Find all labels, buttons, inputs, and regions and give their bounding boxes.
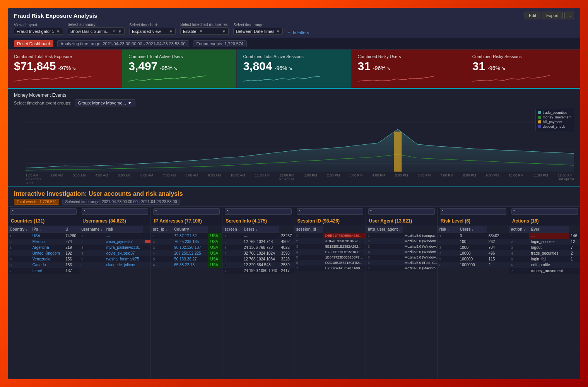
- ip-table[interactable]: src_ip ↕ Country ↕ 172.37.171.52USA 276.…: [151, 226, 222, 379]
- table-row[interactable]: 398.102.120.187USA: [151, 245, 222, 250]
- col-ever[interactable]: Ever: [529, 226, 569, 233]
- table-row[interactable]: 3myra_paskiewicz81: [79, 245, 150, 250]
- table-row[interactable]: 2ADFA67050791045253A17227S077: [294, 238, 366, 244]
- risk-search-input[interactable]: [440, 208, 506, 215]
- col-country[interactable]: Country ↕: [172, 226, 208, 233]
- table-row[interactable]: 172.37.171.52USA: [151, 233, 222, 239]
- table-row[interactable]: 31000704: [438, 245, 509, 250]
- table-row[interactable]: 1DBE91F78DB56A249A002B468770E: [294, 233, 366, 238]
- table-row[interactable]: 1Mozilla/5.0 (compatible; MSI: [366, 233, 437, 239]
- actions-search-input[interactable]: [511, 208, 578, 215]
- table-row[interactable]: 3Argentina219: [8, 245, 79, 250]
- usernames-table[interactable]: username ↕ risk 1--- 2alicia_jaynes57 3m…: [79, 226, 150, 379]
- table-row[interactable]: 665.88.22.18USA: [151, 262, 222, 268]
- table-row[interactable]: 5tyesha_forsmark75: [79, 256, 150, 262]
- view-layout-select[interactable]: Fraud Investigator 3 ▼: [14, 28, 63, 35]
- chart-area[interactable]: trade_securities money_movement bill_pay…: [26, 109, 574, 173]
- countries-table[interactable]: Country ↕ IPs ↕ U 1USA74280 2Mexico274 3…: [8, 226, 79, 379]
- risk-table[interactable]: risk ↕ Users ↕ 1083402 2100262 31000704 …: [438, 226, 509, 379]
- multiseries-clear-icon[interactable]: ✕: [199, 29, 203, 34]
- table-row[interactable]: 610000002: [438, 262, 509, 268]
- table-row[interactable]: 324 1366 768 7284022: [222, 245, 294, 250]
- chart-group-button[interactable]: Group: Money Moveme... ▼: [75, 99, 135, 106]
- col-action[interactable]: action ↕: [509, 226, 529, 233]
- table-row[interactable]: 410000496: [438, 250, 509, 256]
- col-src-ip[interactable]: src_ip ↕: [151, 226, 172, 233]
- table-row[interactable]: 550.133.36.27USA: [151, 256, 222, 262]
- edit-button[interactable]: Edit: [525, 12, 540, 19]
- timechart-select[interactable]: Expanded view ▼: [129, 28, 176, 35]
- col-users[interactable]: Users ↕: [242, 226, 279, 233]
- table-row[interactable]: 2Mexico274: [8, 239, 79, 245]
- time-range-select[interactable]: Between Date-times ▼: [233, 28, 283, 35]
- table-row[interactable]: 2alicia_jaynes57: [79, 239, 150, 245]
- col-screen[interactable]: screen ↕: [222, 226, 242, 233]
- session-table[interactable]: session_id ↕ 1DBE91F78DB56A249A002B46877…: [294, 226, 366, 379]
- session-search-input[interactable]: [297, 208, 363, 215]
- more-button[interactable]: ...: [564, 12, 574, 19]
- table-row[interactable]: 5Mozilla/5.0 (Windows NT 6.1;: [366, 255, 437, 260]
- col-http-user-agent[interactable]: http_user_agent ↕: [366, 226, 403, 233]
- table-row[interactable]: 1---23237: [222, 233, 294, 239]
- ip-search-input[interactable]: [153, 208, 220, 215]
- multiseries-select[interactable]: Enable ✕ ▼: [180, 27, 229, 35]
- table-row[interactable]: 276.25.239.185USA: [151, 239, 222, 245]
- table-row[interactable]: 1USA74280: [8, 233, 79, 239]
- table-row[interactable]: 2100262: [438, 239, 509, 245]
- table-row[interactable]: 4E7226EEADE1518CEFF185E0DFFB5: [294, 249, 366, 255]
- countries-search-input[interactable]: [10, 208, 77, 215]
- user-agent-table[interactable]: http_user_agent ↕ 1Mozilla/5.0 (compatib…: [366, 226, 437, 379]
- screen-table[interactable]: screen ↕ Users ↕ 1---23237 212 768 1024 …: [222, 226, 294, 379]
- user-agent-search-input[interactable]: [368, 208, 435, 215]
- table-row[interactable]: 7money_movement: [509, 268, 580, 274]
- table-row[interactable]: 6D2C18E4B3718CF82D6E0CB72307I: [294, 260, 366, 265]
- summary-clear-icon[interactable]: ✕: [113, 29, 116, 34]
- table-row[interactable]: 7B23B2A34175F1E690D098976392: [294, 265, 366, 271]
- table-row[interactable]: 1---146: [509, 233, 580, 239]
- usernames-search-input[interactable]: [82, 208, 148, 215]
- table-row[interactable]: 6Canada153: [8, 262, 79, 268]
- table-row[interactable]: 724 1920 1080 10402417: [222, 268, 294, 274]
- table-row[interactable]: 7Mozilla/5.0 (Macintosh; Inte: [366, 265, 437, 271]
- table-row[interactable]: 4trade_securities2: [509, 250, 580, 256]
- table-row[interactable]: 2login_success12: [509, 239, 580, 245]
- export-button[interactable]: Export: [542, 12, 563, 19]
- table-row[interactable]: 6Mozilla/5.0 (iPad; CPU OS 8.: [366, 260, 437, 265]
- col-risk[interactable]: risk ↕: [438, 226, 458, 233]
- table-row[interactable]: 2Mozilla/5.0 (Windows NT 6.1;: [366, 238, 437, 244]
- table-row[interactable]: 5Venezuela156: [8, 256, 79, 262]
- table-row[interactable]: 51B849723B0B6238F7520B53CFD62: [294, 255, 366, 260]
- table-row[interactable]: 4207.250.52.225USA: [151, 250, 222, 256]
- table-row[interactable]: 4United Kingdom192: [8, 250, 79, 256]
- hide-filters-link[interactable]: Hide Filters: [287, 30, 309, 35]
- actions-table[interactable]: action ↕ Ever 1---146 2login_success12 3…: [509, 226, 580, 379]
- table-row[interactable]: 6claudette_jolicoeur13: [79, 262, 150, 268]
- table-row[interactable]: 35E1EB51B2382A29259200A057F08: [294, 244, 366, 249]
- table-row[interactable]: 432 768 1024 10243598: [222, 250, 294, 256]
- summary-select[interactable]: Show Basic Summ... ✕ ▼: [68, 27, 125, 35]
- table-row[interactable]: 1---: [79, 233, 150, 239]
- col-users-risk[interactable]: Users ↕: [458, 226, 487, 233]
- kpi-active-sessions-label: Combined Total Active Sessions: [243, 54, 345, 59]
- col-country[interactable]: Country ↕: [8, 226, 31, 233]
- table-row[interactable]: 612 320 584 5482589: [222, 262, 294, 268]
- col-username[interactable]: username ↕: [79, 226, 104, 233]
- table-row[interactable]: 4doyle_skupski37: [79, 250, 150, 256]
- table-row[interactable]: 3logout7: [509, 245, 580, 250]
- reset-dashboard-button[interactable]: Reset Dashboard: [14, 40, 53, 47]
- col-u[interactable]: U: [63, 226, 79, 233]
- table-row[interactable]: 6edit_profile: [509, 262, 580, 268]
- arrow-down-icon: ↘: [72, 65, 76, 71]
- col-session-id[interactable]: session_id ↕: [294, 226, 323, 233]
- table-row[interactable]: 212 768 1024 7484802: [222, 239, 294, 245]
- table-row[interactable]: 1083402: [438, 233, 509, 239]
- table-row[interactable]: 5login_fail1: [509, 256, 580, 262]
- table-row[interactable]: 3Mozilla/5.0 (Windows NT 6.1;: [366, 244, 437, 249]
- table-row[interactable]: 512 768 1024 10843228: [222, 256, 294, 262]
- col-risk[interactable]: risk: [104, 226, 143, 233]
- col-ips[interactable]: IPs ↕: [31, 226, 64, 233]
- screen-search-input[interactable]: [225, 208, 291, 215]
- table-row[interactable]: 7Israel137: [8, 268, 79, 274]
- table-row[interactable]: 5100000115: [438, 256, 509, 262]
- table-row[interactable]: 4Mozilla/5.0 (Windows NT 6.1;: [366, 249, 437, 255]
